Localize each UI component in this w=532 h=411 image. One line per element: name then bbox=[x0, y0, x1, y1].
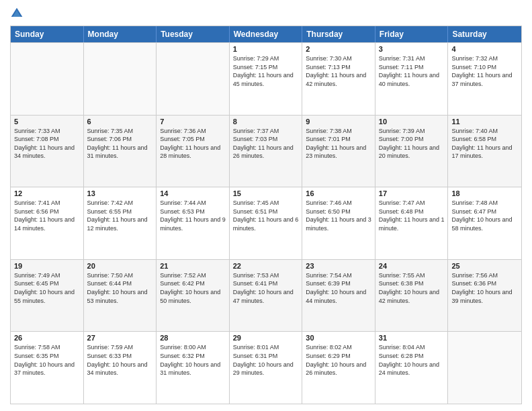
header bbox=[10, 7, 522, 20]
header-day-wednesday: Wednesday bbox=[230, 26, 303, 42]
day-info: Sunrise: 7:41 AMSunset: 6:56 PMDaylight:… bbox=[14, 199, 80, 232]
day-info: Sunrise: 7:48 AMSunset: 6:47 PMDaylight:… bbox=[451, 199, 518, 232]
day-info: Sunrise: 7:29 AMSunset: 7:15 PMDaylight:… bbox=[233, 54, 299, 88]
header-day-thursday: Thursday bbox=[302, 26, 375, 42]
calendar-week-5: 26Sunrise: 7:58 AMSunset: 6:35 PMDayligh… bbox=[11, 331, 521, 404]
day-info: Sunrise: 7:49 AMSunset: 6:45 PMDaylight:… bbox=[14, 271, 80, 305]
day-number: 4 bbox=[451, 45, 518, 53]
calendar-cell-2-7: 11Sunrise: 7:40 AMSunset: 6:58 PMDayligh… bbox=[448, 116, 521, 187]
day-number: 2 bbox=[306, 45, 371, 53]
day-info: Sunrise: 8:00 AMSunset: 6:32 PMDaylight:… bbox=[160, 343, 226, 377]
day-number: 18 bbox=[451, 189, 518, 197]
header-day-monday: Monday bbox=[84, 26, 157, 42]
day-number: 12 bbox=[14, 189, 80, 197]
calendar-cell-3-7: 18Sunrise: 7:48 AMSunset: 6:47 PMDayligh… bbox=[448, 187, 521, 259]
header-day-friday: Friday bbox=[375, 26, 449, 42]
day-number: 6 bbox=[87, 118, 153, 126]
calendar-cell-5-3: 28Sunrise: 8:00 AMSunset: 6:32 PMDayligh… bbox=[157, 332, 230, 404]
day-info: Sunrise: 7:44 AMSunset: 6:53 PMDaylight:… bbox=[160, 199, 226, 232]
calendar-cell-5-5: 30Sunrise: 8:02 AMSunset: 6:29 PMDayligh… bbox=[302, 332, 375, 404]
day-number: 22 bbox=[233, 262, 299, 270]
day-info: Sunrise: 8:04 AMSunset: 6:28 PMDaylight:… bbox=[379, 343, 445, 377]
day-number: 15 bbox=[233, 189, 299, 197]
day-number: 9 bbox=[306, 118, 371, 126]
day-number: 21 bbox=[160, 262, 226, 270]
calendar-cell-1-6: 3Sunrise: 7:31 AMSunset: 7:11 PMDaylight… bbox=[375, 43, 449, 115]
day-info: Sunrise: 7:54 AMSunset: 6:39 PMDaylight:… bbox=[306, 271, 371, 305]
day-number: 28 bbox=[160, 334, 226, 342]
calendar-cell-5-1: 26Sunrise: 7:58 AMSunset: 6:35 PMDayligh… bbox=[11, 332, 84, 404]
calendar-cell-4-7: 25Sunrise: 7:56 AMSunset: 6:36 PMDayligh… bbox=[448, 260, 521, 332]
calendar-week-4: 19Sunrise: 7:49 AMSunset: 6:45 PMDayligh… bbox=[11, 259, 521, 332]
day-info: Sunrise: 7:39 AMSunset: 7:00 PMDaylight:… bbox=[379, 127, 445, 161]
calendar-cell-5-6: 31Sunrise: 8:04 AMSunset: 6:28 PMDayligh… bbox=[375, 332, 449, 404]
day-info: Sunrise: 7:53 AMSunset: 6:41 PMDaylight:… bbox=[233, 271, 299, 305]
calendar-cell-3-3: 14Sunrise: 7:44 AMSunset: 6:53 PMDayligh… bbox=[157, 187, 230, 259]
calendar-cell-1-1 bbox=[11, 43, 84, 115]
day-info: Sunrise: 7:36 AMSunset: 7:05 PMDaylight:… bbox=[160, 127, 226, 161]
day-info: Sunrise: 7:58 AMSunset: 6:35 PMDaylight:… bbox=[14, 343, 80, 377]
day-info: Sunrise: 7:55 AMSunset: 6:38 PMDaylight:… bbox=[379, 271, 445, 305]
calendar-cell-2-3: 7Sunrise: 7:36 AMSunset: 7:05 PMDaylight… bbox=[157, 116, 230, 187]
day-info: Sunrise: 7:59 AMSunset: 6:33 PMDaylight:… bbox=[87, 343, 153, 377]
calendar-week-1: 1Sunrise: 7:29 AMSunset: 7:15 PMDaylight… bbox=[11, 42, 521, 115]
day-number: 27 bbox=[87, 334, 153, 342]
day-info: Sunrise: 7:45 AMSunset: 6:51 PMDaylight:… bbox=[233, 199, 299, 232]
header-day-tuesday: Tuesday bbox=[157, 26, 230, 42]
calendar-cell-1-7: 4Sunrise: 7:32 AMSunset: 7:10 PMDaylight… bbox=[448, 43, 521, 115]
calendar-cell-2-5: 9Sunrise: 7:38 AMSunset: 7:01 PMDaylight… bbox=[302, 116, 375, 187]
calendar-cell-3-6: 17Sunrise: 7:47 AMSunset: 6:48 PMDayligh… bbox=[375, 187, 449, 259]
day-number: 8 bbox=[233, 118, 299, 126]
day-info: Sunrise: 7:33 AMSunset: 7:08 PMDaylight:… bbox=[14, 127, 80, 161]
day-number: 16 bbox=[306, 189, 371, 197]
day-number: 25 bbox=[451, 262, 518, 270]
day-number: 5 bbox=[14, 118, 80, 126]
day-number: 31 bbox=[379, 334, 445, 342]
day-number: 26 bbox=[14, 334, 80, 342]
day-info: Sunrise: 7:46 AMSunset: 6:50 PMDaylight:… bbox=[306, 199, 371, 232]
day-number: 3 bbox=[379, 45, 445, 53]
day-info: Sunrise: 7:50 AMSunset: 6:44 PMDaylight:… bbox=[87, 271, 153, 305]
day-info: Sunrise: 7:52 AMSunset: 6:42 PMDaylight:… bbox=[160, 271, 226, 305]
day-info: Sunrise: 7:30 AMSunset: 7:13 PMDaylight:… bbox=[306, 54, 371, 88]
day-number: 24 bbox=[379, 262, 445, 270]
calendar-body: 1Sunrise: 7:29 AMSunset: 7:15 PMDaylight… bbox=[11, 42, 521, 404]
calendar-cell-1-5: 2Sunrise: 7:30 AMSunset: 7:13 PMDaylight… bbox=[302, 43, 375, 115]
calendar-cell-3-5: 16Sunrise: 7:46 AMSunset: 6:50 PMDayligh… bbox=[302, 187, 375, 259]
day-number: 10 bbox=[379, 118, 445, 126]
logo-icon bbox=[10, 7, 24, 20]
calendar: SundayMondayTuesdayWednesdayThursdayFrid… bbox=[10, 26, 522, 404]
day-info: Sunrise: 7:47 AMSunset: 6:48 PMDaylight:… bbox=[379, 199, 445, 232]
day-info: Sunrise: 7:40 AMSunset: 6:58 PMDaylight:… bbox=[451, 127, 518, 161]
day-number: 29 bbox=[233, 334, 299, 342]
day-number: 11 bbox=[451, 118, 518, 126]
day-number: 13 bbox=[87, 189, 153, 197]
calendar-cell-1-2 bbox=[84, 43, 157, 115]
calendar-cell-2-2: 6Sunrise: 7:35 AMSunset: 7:06 PMDaylight… bbox=[84, 116, 157, 187]
day-number: 17 bbox=[379, 189, 445, 197]
day-info: Sunrise: 7:31 AMSunset: 7:11 PMDaylight:… bbox=[379, 54, 445, 88]
calendar-cell-2-4: 8Sunrise: 7:37 AMSunset: 7:03 PMDaylight… bbox=[230, 116, 303, 187]
calendar-cell-5-7 bbox=[448, 332, 521, 404]
day-number: 20 bbox=[87, 262, 153, 270]
day-info: Sunrise: 7:32 AMSunset: 7:10 PMDaylight:… bbox=[451, 54, 518, 88]
calendar-cell-1-3 bbox=[157, 43, 230, 115]
calendar-header: SundayMondayTuesdayWednesdayThursdayFrid… bbox=[11, 26, 521, 42]
day-number: 14 bbox=[160, 189, 226, 197]
calendar-cell-4-5: 23Sunrise: 7:54 AMSunset: 6:39 PMDayligh… bbox=[302, 260, 375, 332]
day-number: 23 bbox=[306, 262, 371, 270]
calendar-cell-3-2: 13Sunrise: 7:42 AMSunset: 6:55 PMDayligh… bbox=[84, 187, 157, 259]
calendar-cell-3-4: 15Sunrise: 7:45 AMSunset: 6:51 PMDayligh… bbox=[230, 187, 303, 259]
calendar-week-3: 12Sunrise: 7:41 AMSunset: 6:56 PMDayligh… bbox=[11, 187, 521, 259]
day-info: Sunrise: 7:37 AMSunset: 7:03 PMDaylight:… bbox=[233, 127, 299, 161]
day-info: Sunrise: 7:42 AMSunset: 6:55 PMDaylight:… bbox=[87, 199, 153, 232]
day-number: 7 bbox=[160, 118, 226, 126]
calendar-cell-4-3: 21Sunrise: 7:52 AMSunset: 6:42 PMDayligh… bbox=[157, 260, 230, 332]
day-info: Sunrise: 8:01 AMSunset: 6:31 PMDaylight:… bbox=[233, 343, 299, 377]
page: SundayMondayTuesdayWednesdayThursdayFrid… bbox=[0, 0, 532, 411]
day-info: Sunrise: 7:38 AMSunset: 7:01 PMDaylight:… bbox=[306, 127, 371, 161]
day-number: 19 bbox=[14, 262, 80, 270]
calendar-cell-3-1: 12Sunrise: 7:41 AMSunset: 6:56 PMDayligh… bbox=[11, 187, 84, 259]
day-info: Sunrise: 7:35 AMSunset: 7:06 PMDaylight:… bbox=[87, 127, 153, 161]
calendar-cell-1-4: 1Sunrise: 7:29 AMSunset: 7:15 PMDaylight… bbox=[230, 43, 303, 115]
